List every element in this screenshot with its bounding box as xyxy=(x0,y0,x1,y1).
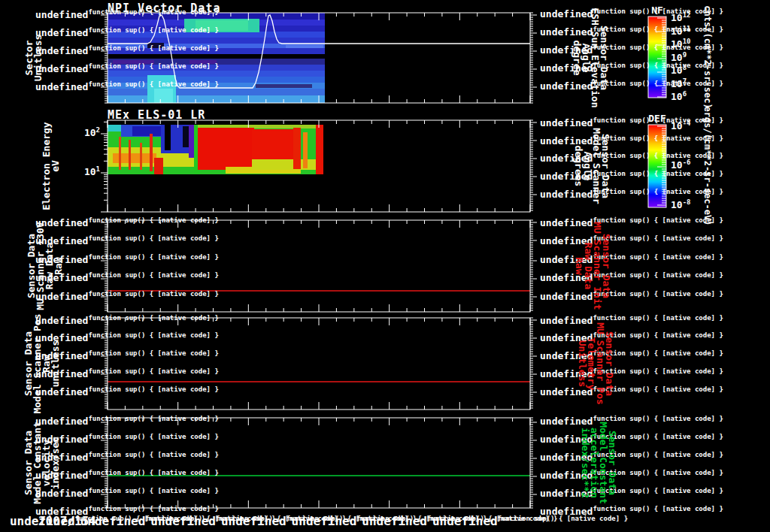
axis-label-line: Unitless xyxy=(578,322,587,405)
axis-label-line: unitless xyxy=(51,313,60,413)
right-tick-label: undefinedfunction sup() { [native code] … xyxy=(540,255,723,264)
y-tick-label: undefinedfunction sup() { [native code] … xyxy=(35,82,100,92)
right-tick-label: undefinedfunction sup() { [native code] … xyxy=(540,452,723,462)
science-plot-window: NPI Vector Data MEx ELS-01 LR NF DEF cnt… xyxy=(0,0,770,532)
y-tick-label: undefinedfunction sup() { [native code] … xyxy=(35,10,100,20)
colorbar-tick-label: 10-6 xyxy=(671,160,691,170)
colorbar-tick-label: 10-8 xyxy=(671,200,691,210)
left-axis-label: Electron EnergyeV xyxy=(42,122,60,210)
right-axis-label: Sensor DataMU Scanner PosTelemetryUnitle… xyxy=(578,322,614,405)
colorbar-tick-label: 10-4 xyxy=(671,121,691,131)
right-tick-label: undefinedfunction sup() { [native code] … xyxy=(540,118,723,128)
right-tick-label: undefinedfunction sup() { [native code] … xyxy=(540,63,723,73)
right-tick-label: undefinedfunction sup() { [native code] … xyxy=(540,470,723,480)
left-axis-label: Sensor DataModel Scanner PosRawunitless xyxy=(24,313,60,413)
axis-label-line: index/sec**2 xyxy=(581,422,590,504)
right-tick-label: undefinedfunction sup() { [native code] … xyxy=(540,369,723,379)
axis-label-line: index/sec xyxy=(51,422,60,504)
axis-label-line: Unitless xyxy=(34,35,43,82)
axis-label-line: degree xyxy=(572,8,581,107)
right-tick-label: undefinedfunction sup() { [native code] … xyxy=(540,273,723,283)
left-axis-label: Sensor DataMU Scanner +30VRaw DataRaw xyxy=(27,222,63,310)
axis-label-line: eV xyxy=(51,122,60,210)
panel2-title: MEx ELS-01 LR xyxy=(108,108,205,122)
right-axis-label: Sensor DataModel Constantaccelerationind… xyxy=(581,422,617,504)
right-tick-label: undefinedfunction sup() { [native code] … xyxy=(540,434,723,444)
right-tick-label: undefinedfunction sup() { [native code] … xyxy=(540,292,723,301)
colorbar-nf-unit: cnts/(cm**2-sr-sec) xyxy=(703,5,712,108)
right-tick-label: undefinedfunction sup() { [native code] … xyxy=(540,171,723,181)
right-tick-label: undefinedfunction sup() { [native code] … xyxy=(540,9,723,19)
left-axis-label: Sensor DataModel Constantvelocityindex/s… xyxy=(24,422,60,504)
colorbar-tick-label: 108 xyxy=(671,65,687,75)
axis-label-line: degrees xyxy=(574,128,583,204)
left-axis-label: SectorUnitless xyxy=(25,35,43,82)
right-tick-label: undefinedfunction sup() { [native code] … xyxy=(540,236,723,246)
right-tick-label: undefinedfunction sup() { [native code] … xyxy=(540,387,723,397)
colorbar-tick-label: 106 xyxy=(671,92,687,101)
right-tick-label: undefinedfunction sup() { [native code] … xyxy=(540,45,723,55)
right-tick-label: undefinedfunction sup() { [native code] … xyxy=(540,81,723,91)
right-tick-label: undefinedfunction sup() { [native code] … xyxy=(540,27,723,37)
right-tick-label: undefinedfunction sup() { [native code] … xyxy=(540,218,723,228)
colorbar-tick-label: 109 xyxy=(671,53,687,62)
right-tick-label: undefinedfunction sup() { [native code] … xyxy=(540,351,723,361)
colorbar-tick-label: 1010 xyxy=(671,39,691,49)
right-tick-label: undefinedfunction sup() { [native code] … xyxy=(540,416,723,426)
colorbar-tick-label: 107 xyxy=(671,79,687,89)
colorbar-tick-label: 1012 xyxy=(671,13,691,23)
colorbar-tick-label: 1011 xyxy=(671,26,691,36)
right-tick-label: undefinedfunction sup() { [native code] … xyxy=(540,136,723,146)
right-tick-label: undefinedfunction sup() { [native code] … xyxy=(540,153,723,163)
axis-label-line: Raw xyxy=(574,222,584,310)
right-axis-label: Sensor DataESH Sun ElevationAngledegree xyxy=(572,8,608,107)
y-tick-label: undefinedfunction sup() { [native code] … xyxy=(35,46,100,56)
right-axis-label: Sensor DataModel ScannerAngledegrees xyxy=(574,128,610,204)
right-tick-label: undefinedfunction sup() { [native code] … xyxy=(540,189,723,199)
y-tick-label: undefinedfunction sup() { [native code] … xyxy=(35,28,100,38)
time-tick-label: undefinedfunction sup() { [native code] … xyxy=(432,514,628,528)
right-tick-label: undefinedfunction sup() { [native code] … xyxy=(540,488,723,498)
right-tick-label: undefinedfunction sup() { [native code] … xyxy=(540,333,723,343)
y-tick-label: undefinedfunction sup() { [native code] … xyxy=(35,64,100,74)
right-axis-label: Sensor DataMU Scanner InitRaw DataRaw xyxy=(574,222,611,310)
right-tick-label: undefinedfunction sup() { [native code] … xyxy=(540,316,723,325)
axis-label-line: Raw xyxy=(54,222,63,310)
